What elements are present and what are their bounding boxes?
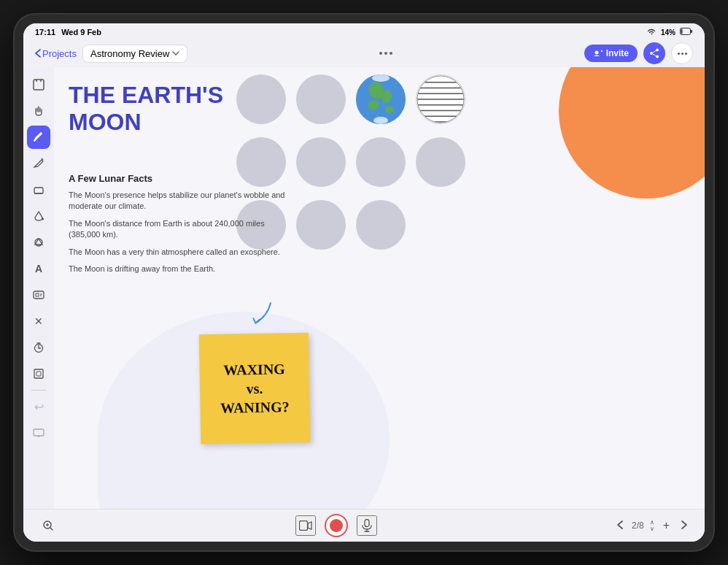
fact-3: The Moon has a very thin atmosphere call… [69,247,287,258]
wifi-icon [646,28,657,36]
slide-up-button[interactable]: ∧ [650,520,654,526]
fact-1: The Moon's presence helps stabilize our … [69,190,287,212]
hand-tool-button[interactable] [27,99,50,123]
svg-point-34 [356,74,406,124]
bottom-center [295,514,377,537]
status-bar: 17:11 Wed 9 Feb 14% [23,23,705,39]
video-button[interactable] [295,515,316,536]
slide-canvas[interactable]: THE EARTH'S MOON A Few Lunar Facts The M… [54,67,705,509]
pencil-tool-button[interactable] [27,152,50,175]
title-line1: THE EARTH'S [69,82,223,109]
svg-point-6 [656,49,659,52]
svg-rect-16 [34,188,43,193]
next-slide-button[interactable] [678,517,690,534]
record-button[interactable] [325,514,348,537]
svg-rect-11 [34,80,44,90]
earth-globe [356,74,406,124]
page-indicator: 2/8 [632,520,644,531]
battery: 14% [661,28,675,36]
fact-4: The Moon is drifting away from the Earth… [69,264,287,274]
svg-point-39 [372,74,390,82]
mic-button[interactable] [357,515,377,536]
svg-line-53 [50,528,53,530]
moon-phases-grid [236,74,616,279]
pen-tool-button[interactable] [27,126,50,149]
more-dots [379,52,392,55]
moon-phase-6 [296,137,346,187]
bottom-left [38,515,58,536]
facts-section: A Few Lunar Facts The Moon's presence he… [69,173,287,280]
svg-point-7 [650,52,653,55]
fact-2: The Moon's distance from Earth is about … [69,218,287,241]
svg-rect-1 [691,30,693,33]
sticky-note[interactable]: WAXING vs. WANING? [199,333,311,445]
invite-button[interactable]: Invite [584,45,638,62]
sticky-text: WAXING vs. WANING? [220,359,290,418]
svg-point-8 [656,55,659,58]
share-button[interactable] [643,42,665,64]
fill-tool-button[interactable] [27,204,50,228]
svg-rect-29 [34,369,43,378]
media-tool-button[interactable] [27,283,50,307]
hatched-moon [416,74,465,124]
moon-phase-2 [296,74,346,124]
svg-line-9 [653,51,656,53]
timer-tool-button[interactable] [27,336,50,359]
nav-left: Projects Astronomy Review [35,45,187,63]
back-label: Projects [42,48,77,59]
close-tool-button[interactable]: ✕ [27,310,50,333]
svg-line-10 [653,54,656,56]
shapes-tool-button[interactable] [27,231,50,254]
title-line2: MOON [69,109,223,136]
record-indicator [330,519,343,532]
moon-phase-7 [356,137,406,187]
svg-rect-56 [299,521,307,531]
undo-button[interactable]: ↩ [27,395,50,418]
svg-rect-31 [34,429,44,436]
eraser-tool-button[interactable] [27,178,50,201]
slide-down-button[interactable]: ∨ [650,526,654,532]
zoom-button[interactable] [38,515,58,536]
bottom-right: 2/8 ∧ ∨ + [614,516,690,535]
moon-phase-1 [236,74,286,124]
add-slide-button[interactable]: + [660,516,673,535]
moon-phase-11 [356,200,406,250]
invite-label: Invite [606,48,629,58]
bottom-bar: 2/8 ∧ ∨ + [23,509,705,542]
svg-rect-22 [36,293,39,296]
time: 17:11 [35,28,55,36]
moon-phase-10 [296,200,346,250]
moon-phase-8 [416,137,465,187]
battery-icon [680,28,693,36]
svg-point-3 [595,51,598,55]
presentation-tab[interactable]: Astronomy Review [82,45,187,63]
svg-rect-2 [681,29,683,34]
frame-tool-button[interactable] [27,362,50,385]
facts-title: A Few Lunar Facts [69,173,287,184]
select-tool-button[interactable] [27,73,50,96]
toolbar: A ✕ [23,67,54,509]
current-page: 2 [632,520,637,531]
svg-point-18 [42,218,44,220]
slide-title: THE EARTH'S MOON [69,82,223,136]
svg-rect-57 [365,520,369,527]
total-pages: 8 [639,520,644,531]
text-tool-icon: A [35,263,42,274]
svg-point-38 [385,106,394,113]
nav-center [379,52,392,55]
device-frame: 17:11 Wed 9 Feb 14% [15,15,713,550]
prev-slide-button[interactable] [614,517,626,534]
screen: 17:11 Wed 9 Feb 14% [23,23,705,542]
content-area: A ✕ [23,67,705,509]
back-button[interactable]: Projects [35,48,77,59]
svg-point-40 [373,117,388,124]
text-tool-button[interactable]: A [27,257,50,280]
nav-bar: Projects Astronomy Review [23,39,705,67]
screen-tool-button[interactable] [27,421,50,445]
tab-label: Astronomy Review [90,48,169,59]
nav-right: Invite [584,42,693,64]
date: Wed 9 Feb [61,28,101,36]
svg-rect-30 [36,372,41,376]
options-button[interactable] [671,42,693,64]
